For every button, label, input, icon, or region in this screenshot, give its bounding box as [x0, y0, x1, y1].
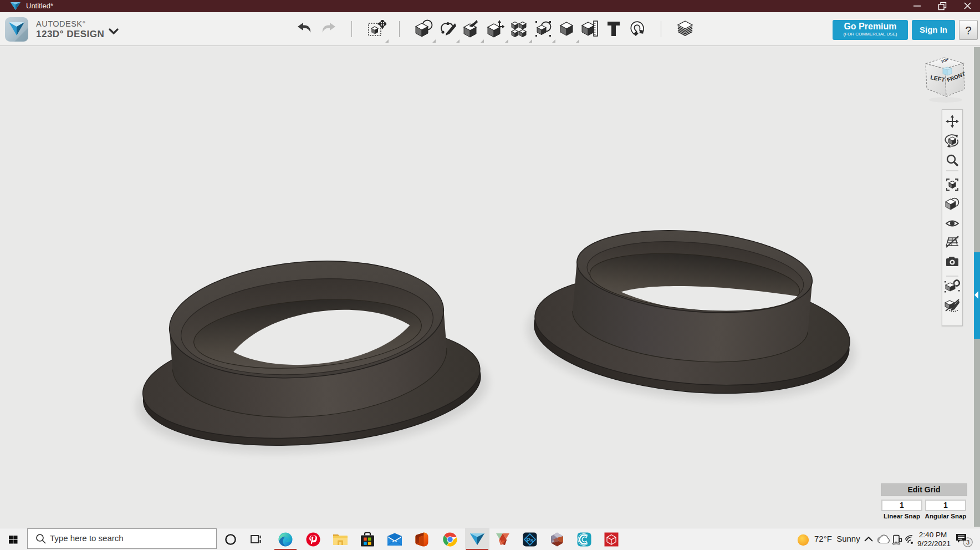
- svg-text:Ps: Ps: [527, 537, 534, 543]
- svg-text:3: 3: [966, 539, 969, 546]
